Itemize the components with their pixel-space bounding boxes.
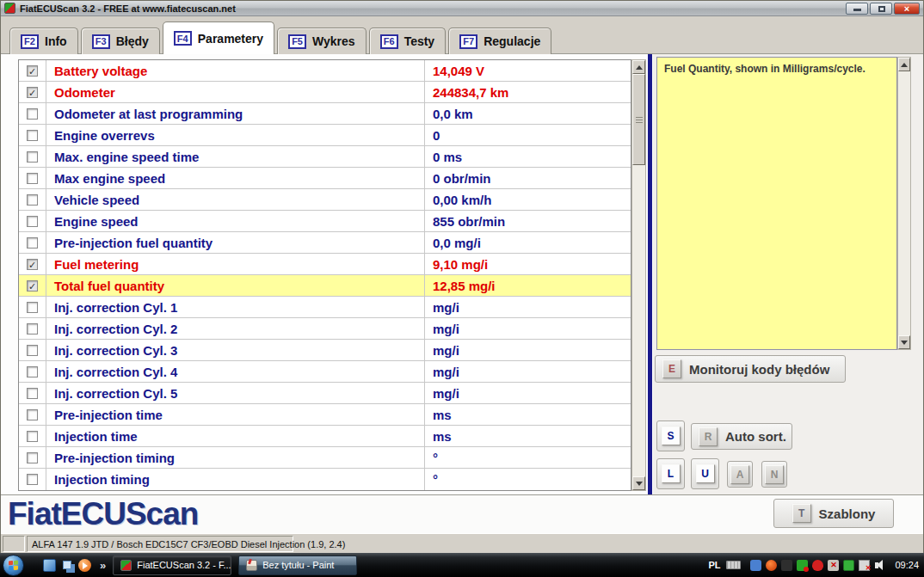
table-row[interactable]: Inj. correction Cyl. 2mg/i <box>19 318 631 340</box>
param-value: mg/i <box>425 383 631 403</box>
row-checkbox[interactable] <box>27 173 38 184</box>
scrollbar-thumb[interactable] <box>632 74 645 165</box>
battery-icon[interactable] <box>843 560 854 571</box>
claw-icon[interactable] <box>781 560 792 571</box>
checkbox-cell <box>19 361 46 382</box>
table-row[interactable]: Odometer at last programming0,0 km <box>19 103 631 125</box>
param-value: 0 obr/min <box>425 168 631 188</box>
wireless-icon[interactable] <box>797 560 808 571</box>
param-value: ms <box>425 404 631 425</box>
keyboard-icon[interactable] <box>726 561 741 569</box>
row-checkbox[interactable] <box>27 452 38 463</box>
row-checkbox[interactable] <box>27 151 38 163</box>
table-row[interactable]: Vehicle speed0,00 km/h <box>19 189 631 211</box>
templates-button[interactable]: T Szablony <box>773 499 894 528</box>
info-scrollbar[interactable] <box>897 57 911 350</box>
checkbox-cell <box>19 297 46 317</box>
row-checkbox[interactable]: ✓ <box>27 280 38 292</box>
auto-sort-button[interactable]: R Auto sort. <box>691 423 792 450</box>
table-row[interactable]: Engine speed855 obr/min <box>19 211 631 232</box>
param-value: mg/i <box>425 297 631 317</box>
minimize-button[interactable] <box>846 3 868 15</box>
table-row[interactable]: Inj. correction Cyl. 4mg/i <box>19 361 631 383</box>
title-bar[interactable]: FiatECUScan 3.2 - FREE at www.fiatecusca… <box>1 1 923 16</box>
row-checkbox[interactable] <box>27 216 38 227</box>
key-a-button[interactable]: A <box>727 461 753 488</box>
scroll-down-button[interactable] <box>632 476 645 490</box>
restore-button[interactable] <box>870 3 892 15</box>
table-row[interactable]: ✓Odometer244834,7 km <box>19 82 631 103</box>
app-logo: FiatECUScan <box>8 496 198 532</box>
key-u-button[interactable]: U <box>691 458 719 489</box>
row-checkbox[interactable] <box>27 323 38 335</box>
row-checkbox[interactable] <box>27 409 38 420</box>
row-checkbox[interactable]: ✓ <box>27 65 38 77</box>
antivirus-icon[interactable] <box>812 560 823 571</box>
table-row[interactable]: Pre-injection fuel quantity0,0 mg/i <box>19 232 631 254</box>
table-row[interactable]: Pre-injection timing° <box>19 447 631 469</box>
opera-icon[interactable] <box>766 560 777 571</box>
close-button[interactable]: × <box>894 3 920 15</box>
table-row[interactable]: Max. engine speed time0 ms <box>19 146 631 168</box>
row-checkbox[interactable] <box>27 130 38 141</box>
row-checkbox[interactable] <box>27 474 38 485</box>
media-player-icon[interactable] <box>78 559 91 572</box>
row-checkbox[interactable] <box>27 302 38 313</box>
start-button[interactable] <box>3 555 24 576</box>
checkbox-cell <box>19 404 46 425</box>
table-row[interactable]: Injection timing° <box>19 469 631 490</box>
tab-parametery[interactable]: F4Parametery <box>163 21 274 54</box>
checkbox-cell <box>19 447 46 468</box>
table-row[interactable]: ✓Fuel metering9,10 mg/i <box>19 254 631 275</box>
tab-regulacje[interactable]: F7Regulacje <box>448 28 551 54</box>
row-checkbox[interactable] <box>27 366 38 378</box>
row-checkbox[interactable] <box>27 388 38 399</box>
param-name: Max. engine speed time <box>46 146 425 167</box>
blocked-icon[interactable] <box>828 560 839 571</box>
switch-windows-icon[interactable] <box>63 561 71 569</box>
taskbar-item-fiatecuscan[interactable]: FiatECUScan 3.2 - F... <box>113 556 231 575</box>
taskbar-item-paint[interactable]: Bez tytułu - Paint <box>238 556 357 575</box>
language-indicator[interactable]: PL <box>708 560 720 570</box>
tab-wykres[interactable]: F5Wykres <box>277 28 367 54</box>
tab-testy[interactable]: F6Testy <box>369 28 447 54</box>
sort-s-button[interactable]: S <box>656 420 685 451</box>
row-checkbox[interactable] <box>27 194 38 206</box>
table-row[interactable]: Inj. correction Cyl. 1mg/i <box>19 297 631 318</box>
app-icon <box>4 3 15 14</box>
monitor-error-codes-button[interactable]: E Monitoruj kody błędów <box>655 355 846 383</box>
row-checkbox[interactable]: ✓ <box>27 87 38 98</box>
table-row[interactable]: Inj. correction Cyl. 5mg/i <box>19 383 631 404</box>
tab-bar: F2InfoF3BłędyF4ParameteryF5WykresF6Testy… <box>9 21 551 54</box>
key-l-button[interactable]: L <box>656 458 685 489</box>
row-checkbox[interactable] <box>27 108 38 120</box>
table-scrollbar[interactable] <box>631 59 646 491</box>
table-row[interactable]: Inj. correction Cyl. 3mg/i <box>19 340 631 361</box>
info-scroll-down-button[interactable] <box>898 335 910 349</box>
row-checkbox[interactable]: ✓ <box>27 259 38 270</box>
table-row[interactable]: Max engine speed0 obr/min <box>19 168 631 189</box>
row-checkbox[interactable] <box>27 237 38 249</box>
key-n-button[interactable]: N <box>761 461 787 488</box>
overflow-chevron[interactable]: » <box>100 559 106 572</box>
volume-icon[interactable] <box>874 560 885 571</box>
auto-sort-label: Auto sort. <box>725 429 786 444</box>
fiatecuscan-icon <box>120 560 132 571</box>
info-scroll-up-button[interactable] <box>898 58 910 71</box>
table-row[interactable]: Engine overrevs0 <box>19 125 631 146</box>
tab-label: Info <box>45 34 67 48</box>
show-desktop-icon[interactable] <box>43 559 56 572</box>
table-row[interactable]: ✓Total fuel quantity12,85 mg/i <box>19 275 631 297</box>
row-checkbox[interactable] <box>27 431 38 442</box>
user-icon[interactable] <box>750 560 761 571</box>
table-row[interactable]: ✓Battery voltage14,049 V <box>19 60 631 82</box>
table-row[interactable]: Pre-injection timems <box>19 404 631 426</box>
scroll-up-button[interactable] <box>632 60 645 74</box>
tab-bdy[interactable]: F3Błędy <box>81 28 160 54</box>
tab-info[interactable]: F2Info <box>9 28 78 54</box>
table-row[interactable]: Injection timems <box>19 426 631 447</box>
row-checkbox[interactable] <box>27 345 38 356</box>
network-offline-icon[interactable] <box>859 560 870 571</box>
clock[interactable]: 09:24 <box>895 560 919 570</box>
checkbox-cell <box>19 146 46 167</box>
